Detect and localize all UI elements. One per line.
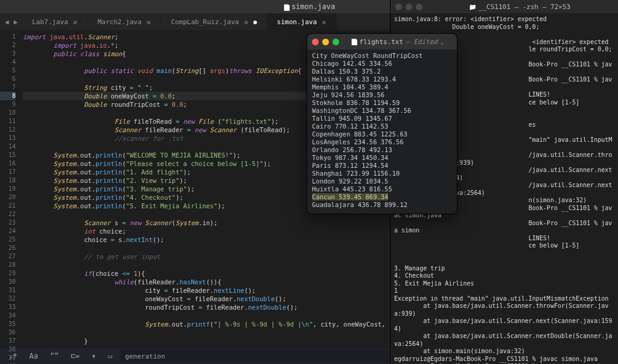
flights-titlebar[interactable]: flights.txt — Edited ⌄ [307, 34, 457, 49]
tab-march2[interactable]: March2.java × [88, 13, 162, 30]
document-icon [283, 3, 289, 10]
chevron-down-icon[interactable]: ⌄ [440, 38, 444, 46]
wrap-icon[interactable]: ▭ [104, 351, 116, 362]
tab-label: March2.java [98, 18, 142, 26]
case-sensitive-icon[interactable]: Aa [25, 351, 41, 362]
traffic-close-icon[interactable] [312, 39, 319, 45]
tab-label: Lab7.java [32, 18, 68, 26]
tab-simon[interactable]: simon.java × [267, 13, 337, 30]
tab-lab7[interactable]: Lab7.java × [22, 13, 88, 30]
regex-icon[interactable]: .* [5, 351, 21, 362]
document-icon [351, 38, 357, 45]
flights-filename: flights.txt [359, 38, 403, 46]
in-selection-icon[interactable]: ⊏= [67, 351, 83, 362]
traffic-lights [312, 39, 339, 45]
nav-back-icon[interactable]: ◀ [2, 18, 11, 26]
nav-arrows: ◀ ▶ [0, 18, 22, 26]
traffic-close-icon[interactable] [395, 4, 402, 10]
edited-indicator: — Edited [406, 38, 438, 46]
folder-icon [469, 3, 476, 11]
flights-content[interactable]: City OneWayCost RoundTripCostChicago 142… [307, 49, 457, 214]
traffic-lights-inactive [395, 4, 422, 10]
traffic-min-icon[interactable] [406, 4, 412, 10]
terminal-titlebar[interactable]: __CS1101 — -zsh — 72×53 [390, 0, 618, 13]
traffic-min-icon[interactable] [322, 39, 329, 45]
traffic-max-icon[interactable] [416, 4, 422, 10]
dirty-indicator-icon: ● [253, 19, 257, 25]
window-title: simon.java [291, 2, 335, 11]
close-icon[interactable]: × [244, 18, 249, 27]
traffic-max-icon[interactable] [333, 39, 339, 45]
terminal-title: __CS1101 — -zsh — 72×53 [426, 3, 613, 11]
whole-word-icon[interactable]: ““ [46, 351, 62, 362]
options-icon[interactable]: ▾ [88, 351, 100, 362]
line-gutter: 1234567891011121314151617181920212223242… [0, 30, 19, 348]
flights-window[interactable]: flights.txt — Edited ⌄ City OneWayCost R… [307, 33, 457, 214]
tab-label: CompLab_Ruiz.java [171, 18, 239, 26]
nav-fwd-icon[interactable]: ▶ [11, 18, 21, 26]
flights-title: flights.txt — Edited ⌄ [343, 38, 452, 46]
tab-label: simon.java [277, 18, 317, 26]
close-icon[interactable]: × [147, 18, 151, 27]
tab-complab[interactable]: CompLab_Ruiz.java × ● [161, 13, 267, 30]
close-icon[interactable]: × [73, 18, 78, 27]
close-icon[interactable]: × [322, 18, 327, 27]
